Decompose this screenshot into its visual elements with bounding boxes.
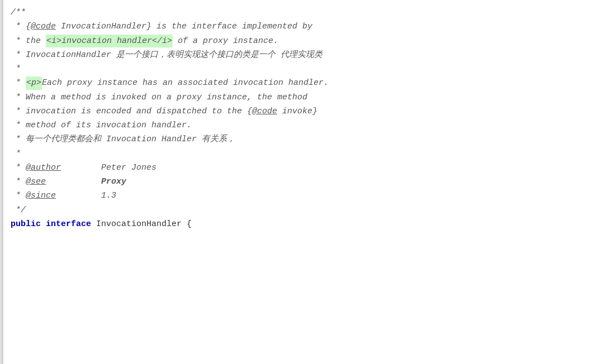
line-4-text: * InvocationHandler 是一个接口，表明实现这个接口的类是一个 …: [11, 49, 322, 61]
line-7-text: * When a method is invoked on a proxy in…: [11, 91, 307, 104]
line-16-interface: interface InvocationHandler {: [41, 218, 192, 231]
line-13-atsee: @see: [26, 175, 46, 188]
line-2-prefix: * {: [11, 20, 31, 33]
line-12: * @author Peter Jones: [2, 161, 589, 175]
line-13-prefix: *: [11, 175, 26, 188]
line-4: * InvocationHandler 是一个接口，表明实现这个接口的类是一个 …: [2, 48, 589, 62]
line-13: * @see Proxy: [2, 175, 589, 189]
line-16: public interface InvocationHandler {: [2, 217, 589, 231]
line-10: * 每一个代理类都会和 Invocation Handler 有关系，: [2, 132, 589, 146]
line-2-mid: InvocationHandler} is the interface impl…: [56, 20, 312, 33]
line-14-atsince: @since: [26, 189, 56, 202]
line-14-suffix: 1.3: [56, 189, 116, 202]
line-5: *: [2, 62, 589, 76]
line-5-text: *: [11, 63, 21, 75]
line-2-atcode: @code: [31, 20, 56, 33]
line-12-suffix: Peter Jones: [61, 161, 156, 174]
line-7: * When a method is invoked on a proxy in…: [2, 90, 589, 104]
line-16-public: public: [11, 218, 41, 231]
line-3-suffix: of a proxy instance.: [173, 35, 278, 47]
line-8: * invocation is encoded and dispatched t…: [2, 104, 589, 118]
line-14: * @since 1.3: [2, 189, 589, 203]
line-1-text: /**: [11, 6, 26, 19]
line-12-prefix: *: [11, 161, 26, 174]
line-15-text: */: [11, 204, 26, 217]
line-11: *: [2, 147, 589, 161]
line-1: /**: [2, 6, 589, 20]
line-8-prefix: * invocation is encoded and dispatched t…: [11, 105, 252, 118]
line-9: * method of its invocation handler.: [2, 118, 589, 132]
line-3-highlight: <i>invocation handler</i>: [46, 35, 173, 47]
line-12-atauthor: @author: [26, 161, 61, 174]
border-indicator: [2, 0, 3, 364]
line-3: * the <i>invocation handler</i> of a pro…: [2, 34, 589, 48]
line-6-tag: <p>: [26, 76, 42, 89]
code-container: /** * {@code InvocationHandler} is the i…: [0, 0, 589, 364]
line-2: * {@code InvocationHandler} is the inter…: [2, 20, 589, 33]
line-13-proxy: Proxy: [101, 175, 126, 188]
line-6: * <p>Each proxy instance has an associat…: [2, 76, 589, 90]
line-3-prefix: * the: [11, 35, 46, 47]
line-8-suffix: invoke}: [277, 105, 317, 118]
line-14-prefix: *: [11, 189, 26, 202]
line-6-prefix: *: [11, 76, 26, 89]
line-15: */: [2, 203, 589, 217]
line-6-suffix: Each proxy instance has an associated in…: [42, 76, 329, 89]
line-8-atcode: @code: [252, 105, 277, 118]
line-11-text: *: [11, 147, 21, 160]
line-9-text: * method of its invocation handler.: [11, 119, 192, 132]
line-13-mid: [46, 175, 101, 188]
line-10-text: * 每一个代理类都会和 Invocation Handler 有关系，: [11, 133, 235, 146]
